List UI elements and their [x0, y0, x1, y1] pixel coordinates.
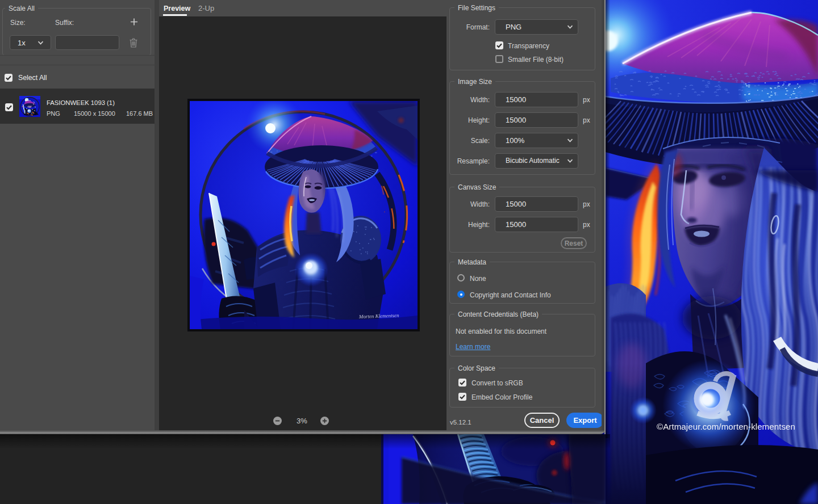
svg-text:©Artmajeur.com/morten-klements: ©Artmajeur.com/morten-klementsen	[657, 422, 795, 431]
